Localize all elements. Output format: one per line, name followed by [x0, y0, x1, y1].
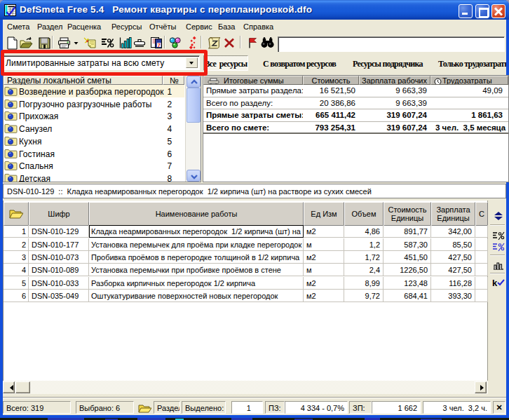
svg-text:7: 7: [158, 42, 161, 48]
